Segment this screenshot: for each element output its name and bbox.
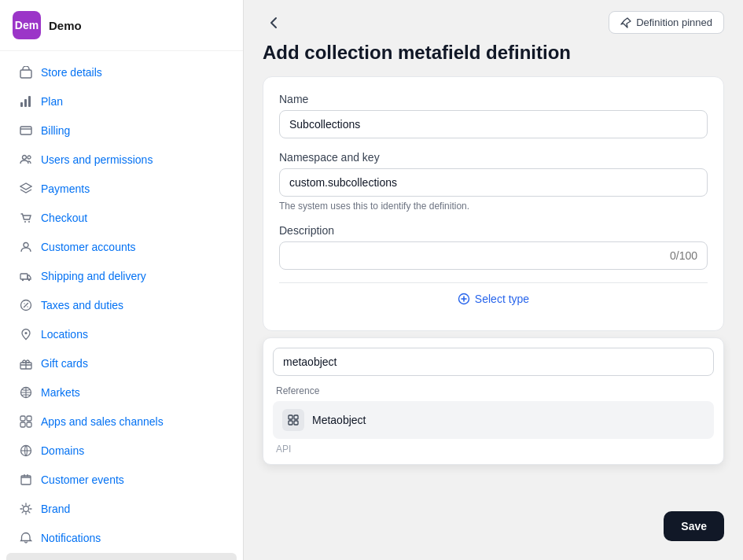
sidebar-item-label: Notifications bbox=[41, 532, 101, 544]
dropdown-search-input[interactable] bbox=[273, 348, 714, 376]
sidebar-item-label: Store details bbox=[41, 66, 102, 79]
sidebar-item-users[interactable]: Users and permissions bbox=[6, 146, 237, 174]
svg-point-9 bbox=[24, 243, 28, 248]
svg-rect-18 bbox=[27, 416, 31, 421]
sidebar-item-notifications[interactable]: Notifications bbox=[6, 524, 237, 552]
sidebar-item-label: Payments bbox=[41, 182, 90, 195]
form-card: Name Namespace and key The system uses t… bbox=[263, 76, 724, 331]
sidebar-item-label: Apps and sales channels bbox=[41, 415, 164, 428]
svg-point-11 bbox=[22, 279, 24, 281]
sidebar-item-domains[interactable]: Domains bbox=[6, 437, 237, 465]
svg-rect-3 bbox=[28, 96, 31, 107]
domains-icon bbox=[19, 444, 33, 458]
sidebar-item-label: Customer accounts bbox=[41, 241, 136, 253]
sidebar-item-customer-events[interactable]: Customer events bbox=[6, 466, 237, 494]
svg-rect-25 bbox=[289, 415, 292, 419]
svg-point-22 bbox=[24, 507, 29, 512]
store-name: Demo bbox=[49, 19, 82, 32]
gift-icon bbox=[19, 356, 33, 370]
svg-rect-20 bbox=[27, 422, 31, 427]
metaobject-dropdown-item[interactable]: Metaobject bbox=[273, 401, 714, 439]
svg-rect-19 bbox=[20, 422, 25, 427]
svg-rect-2 bbox=[24, 99, 27, 107]
sidebar-item-gift-cards[interactable]: Gift cards bbox=[6, 349, 237, 378]
sidebar-header: Dem Demo bbox=[0, 0, 243, 51]
main-content: Definition pinned Add collection metafie… bbox=[244, 0, 743, 560]
svg-point-5 bbox=[23, 156, 27, 160]
payments-icon bbox=[19, 182, 33, 196]
back-button[interactable] bbox=[263, 12, 285, 34]
sidebar-item-label: Checkout bbox=[41, 212, 87, 224]
sidebar-item-label: Shipping and delivery bbox=[41, 270, 146, 282]
sidebar-item-label: Taxes and duties bbox=[41, 299, 123, 311]
svg-point-14 bbox=[25, 332, 28, 334]
svg-point-6 bbox=[28, 156, 31, 159]
page-title: Add collection metafield definition bbox=[244, 34, 743, 76]
sidebar-item-label: Users and permissions bbox=[41, 153, 153, 166]
svg-point-12 bbox=[28, 279, 30, 281]
chart-icon bbox=[19, 94, 33, 109]
sidebar-item-markets[interactable]: Markets bbox=[6, 378, 237, 407]
brand-icon bbox=[19, 502, 33, 516]
select-type-button[interactable]: Select type bbox=[279, 282, 708, 315]
save-button[interactable]: Save bbox=[664, 511, 724, 541]
sidebar-nav: Store details Plan Billing Users and per… bbox=[0, 51, 243, 560]
store-logo: Dem bbox=[13, 11, 41, 39]
apps-icon bbox=[19, 414, 33, 429]
shipping-icon bbox=[19, 269, 33, 283]
sidebar-item-apps[interactable]: Apps and sales channels bbox=[6, 407, 237, 436]
name-label: Name bbox=[279, 93, 708, 105]
namespace-hint: The system uses this to identify the def… bbox=[279, 201, 708, 212]
sidebar-item-checkout[interactable]: Checkout bbox=[6, 204, 237, 232]
store-icon bbox=[19, 65, 33, 79]
sidebar-item-label: Brand bbox=[41, 503, 70, 515]
sidebar-item-customer-accounts[interactable]: Customer accounts bbox=[6, 233, 237, 261]
description-input[interactable] bbox=[279, 241, 708, 270]
notifications-icon bbox=[19, 531, 33, 545]
name-input[interactable] bbox=[279, 110, 708, 138]
sidebar-item-billing[interactable]: Billing bbox=[6, 116, 237, 145]
markets-icon bbox=[19, 385, 33, 400]
svg-rect-27 bbox=[289, 421, 292, 425]
svg-rect-0 bbox=[20, 70, 31, 78]
namespace-label: Namespace and key bbox=[279, 151, 708, 164]
sidebar-item-brand[interactable]: Brand bbox=[6, 495, 237, 523]
description-field-group: Description bbox=[279, 224, 708, 270]
save-label: Save bbox=[681, 520, 707, 532]
sidebar-item-payments[interactable]: Payments bbox=[6, 175, 237, 203]
select-type-label: Select type bbox=[475, 293, 529, 305]
logo-text: Dem bbox=[15, 19, 39, 31]
sidebar-item-label: Domains bbox=[41, 444, 84, 457]
sidebar: Dem Demo Store details Plan Billing bbox=[0, 0, 244, 560]
locations-icon bbox=[19, 327, 33, 341]
top-bar: Definition pinned bbox=[244, 0, 743, 34]
name-field-group: Name bbox=[279, 93, 708, 138]
sidebar-item-taxes[interactable]: Taxes and duties bbox=[6, 291, 237, 319]
namespace-field-group: Namespace and key The system uses this t… bbox=[279, 151, 708, 212]
customer-icon bbox=[19, 240, 33, 254]
sidebar-item-plan[interactable]: Plan bbox=[6, 87, 237, 116]
svg-rect-28 bbox=[294, 421, 298, 425]
description-label: Description bbox=[279, 224, 708, 237]
sidebar-item-label: Customer events bbox=[41, 473, 124, 486]
sidebar-item-label: Locations bbox=[41, 328, 88, 341]
namespace-input[interactable] bbox=[279, 168, 708, 197]
metaobject-label: Metaobject bbox=[312, 414, 366, 426]
taxes-icon bbox=[19, 298, 33, 312]
pinned-label: Definition pinned bbox=[636, 17, 712, 28]
events-icon bbox=[19, 473, 33, 487]
api-label: API bbox=[273, 439, 714, 455]
svg-rect-10 bbox=[20, 274, 28, 279]
svg-rect-4 bbox=[20, 127, 31, 134]
sidebar-item-custom-data[interactable]: Custom data bbox=[6, 553, 237, 560]
sidebar-item-locations[interactable]: Locations bbox=[6, 320, 237, 348]
svg-point-7 bbox=[24, 221, 26, 223]
svg-rect-1 bbox=[20, 102, 23, 107]
billing-icon bbox=[19, 123, 33, 138]
sidebar-item-shipping[interactable]: Shipping and delivery bbox=[6, 262, 237, 290]
sidebar-item-label: Billing bbox=[41, 124, 70, 137]
svg-rect-17 bbox=[20, 416, 25, 421]
definition-pinned-badge: Definition pinned bbox=[609, 11, 724, 34]
sidebar-item-label: Markets bbox=[41, 386, 80, 399]
sidebar-item-store-details[interactable]: Store details bbox=[6, 58, 237, 87]
